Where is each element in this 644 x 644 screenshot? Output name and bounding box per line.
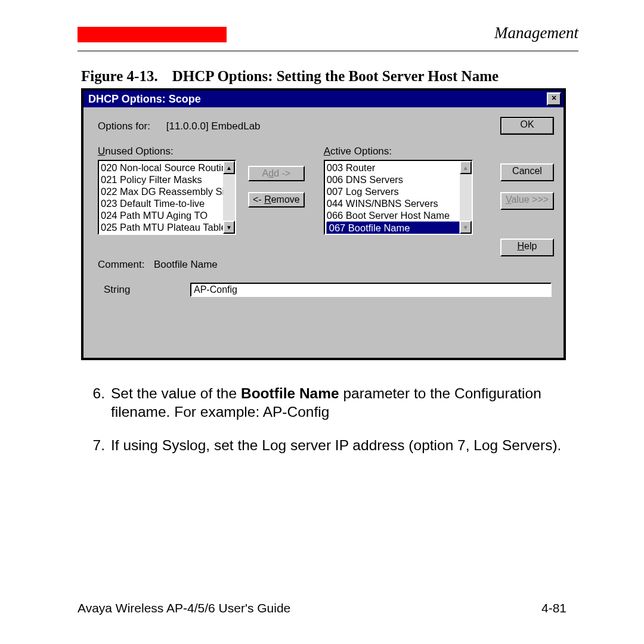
string-label: String <box>98 284 190 296</box>
step-text-pre: Set the value of the <box>111 385 241 401</box>
footer-right: 4-81 <box>541 601 566 615</box>
step-text-bold: Bootfile Name <box>241 385 339 401</box>
unused-options-label: Unused Options: <box>98 145 236 157</box>
figure-caption-prefix: Figure 4-13. <box>81 68 158 84</box>
list-item[interactable]: 066 Boot Server Host Name <box>327 209 460 221</box>
scroll-down-icon[interactable]: ▼ <box>223 221 235 234</box>
unused-options-items[interactable]: 020 Non-local Source Routing 021 Policy … <box>99 161 223 234</box>
header-divider <box>78 51 578 51</box>
list-item[interactable]: 023 Default Time-to-live <box>101 197 223 209</box>
scroll-up-icon[interactable]: ▲ <box>223 161 235 174</box>
active-options-label: Active Options: <box>324 145 473 157</box>
scroll-up-icon[interactable]: ▲ <box>460 161 472 174</box>
close-icon[interactable]: × <box>547 92 561 106</box>
comment-value: Bootfile Name <box>154 259 218 271</box>
list-item[interactable]: 020 Non-local Source Routing <box>101 162 223 174</box>
step-text: If using Syslog, set the Log server IP a… <box>111 436 578 454</box>
dialog-titlebar[interactable]: DHCP Options: Scope × <box>83 91 564 107</box>
value-button[interactable]: Value >>> <box>500 192 554 210</box>
list-item[interactable]: 003 Router <box>327 162 460 174</box>
scroll-track[interactable] <box>223 174 235 221</box>
dhcp-options-dialog: DHCP Options: Scope × Options for: [11.0… <box>81 88 566 360</box>
options-for-row: Options for: [11.0.0.0] EmbedLab <box>98 120 555 132</box>
cancel-button[interactable]: Cancel <box>500 163 554 181</box>
ok-button[interactable]: OK <box>500 117 554 135</box>
scrollbar[interactable]: ▲ ▼ <box>223 161 235 234</box>
figure-caption-title: DHCP Options: Setting the Boot Server Ho… <box>172 68 499 84</box>
list-item[interactable]: 067 Bootfile Name <box>326 221 460 234</box>
step-text-pre: If using Syslog, set the Log server IP a… <box>111 437 561 453</box>
remove-button[interactable]: <- Remove <box>248 192 305 208</box>
footer-left: Avaya Wireless AP-4/5/6 User's Guide <box>78 601 290 615</box>
step-item: 6. Set the value of the Bootfile Name pa… <box>78 384 578 422</box>
string-input[interactable] <box>190 283 552 297</box>
brand-red-block <box>78 27 227 42</box>
dialog-title: DHCP Options: Scope <box>88 93 201 106</box>
scrollbar[interactable]: ▲ ▼ <box>460 161 472 234</box>
options-for-label: Options for: <box>98 120 163 132</box>
list-item[interactable]: 007 Log Servers <box>327 185 460 197</box>
list-item[interactable]: 024 Path MTU Aging TO <box>101 209 223 221</box>
figure-caption: Figure 4-13.DHCP Options: Setting the Bo… <box>81 68 578 85</box>
active-options-listbox[interactable]: 003 Router 006 DNS Servers 007 Log Serve… <box>324 160 473 235</box>
options-for-value: [11.0.0.0] EmbedLab <box>166 120 261 132</box>
help-button[interactable]: Help <box>500 239 554 256</box>
step-item: 7. If using Syslog, set the Log server I… <box>78 436 578 454</box>
comment-label: Comment: <box>98 259 144 271</box>
step-number: 6. <box>78 384 111 422</box>
step-number: 7. <box>78 436 111 454</box>
scroll-track[interactable] <box>460 174 472 221</box>
list-item[interactable]: 022 Max DG Reassembly Size <box>101 185 223 197</box>
list-item[interactable]: 044 WINS/NBNS Servers <box>327 197 460 209</box>
active-options-items[interactable]: 003 Router 006 DNS Servers 007 Log Serve… <box>325 161 460 234</box>
unused-options-listbox[interactable]: 020 Non-local Source Routing 021 Policy … <box>98 160 236 235</box>
list-item[interactable]: 025 Path MTU Plateau Table <box>101 221 223 233</box>
list-item[interactable]: 006 DNS Servers <box>327 174 460 185</box>
chapter-title: Management <box>494 24 578 42</box>
list-item[interactable]: 021 Policy Filter Masks <box>101 174 223 185</box>
step-text: Set the value of the Bootfile Name param… <box>111 384 578 422</box>
scroll-down-icon[interactable]: ▼ <box>460 221 472 234</box>
add-button[interactable]: Add -> <box>248 166 305 181</box>
